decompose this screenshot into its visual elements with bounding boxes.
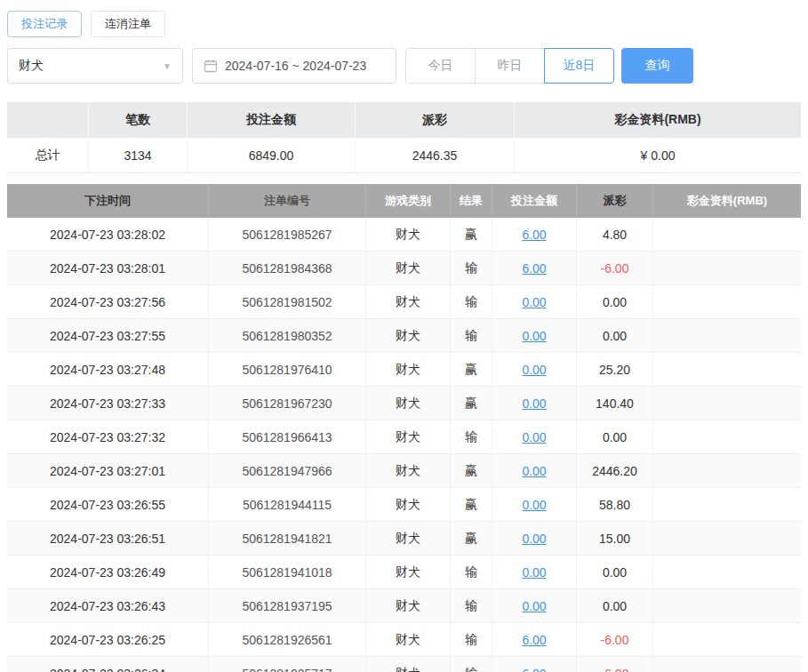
tab-betting-records[interactable]: 投注记录 [7, 11, 82, 37]
result-cell: 赢 [451, 522, 492, 555]
yesterday-button[interactable]: 昨日 [475, 48, 545, 84]
bet-time-cell: 2024-07-23 03:26:25 [7, 623, 209, 656]
bet-amount-link[interactable]: 0.00 [522, 599, 546, 613]
payout-cell: 58.80 [577, 488, 653, 521]
bet-amount-link[interactable]: 0.00 [522, 295, 546, 309]
order-id-cell: 5061281980352 [209, 319, 366, 352]
game-select[interactable]: 财犬 ▼ [7, 48, 183, 84]
table-row: 2024-07-23 03:28:02 5061281985267 财犬 赢 6… [7, 218, 801, 252]
summary-header-count: 笔数 [89, 102, 188, 138]
bet-amount-link[interactable]: 0.00 [522, 498, 546, 512]
bet-amount-link[interactable]: 0.00 [522, 464, 546, 478]
bet-amount-cell: 0.00 [492, 522, 577, 555]
result-cell: 赢 [451, 218, 492, 251]
summary-header-bonus: 彩金资料(RMB) [515, 102, 801, 138]
game-type-cell: 财犬 [366, 319, 451, 352]
bet-amount-cell: 0.00 [492, 353, 577, 386]
bet-amount-link[interactable]: 0.00 [522, 565, 546, 580]
game-type-cell: 财犬 [366, 218, 451, 251]
game-type-cell: 财犬 [366, 252, 451, 284]
bonus-cell [653, 556, 801, 588]
bet-time-cell: 2024-07-23 03:28:02 [7, 218, 209, 251]
payout-cell: 4.80 [577, 218, 653, 251]
result-cell: 输 [451, 319, 492, 352]
order-id-cell: 5061281937195 [209, 589, 366, 622]
records-table: 下注时间 注单编号 游戏类别 结果 投注金额 派彩 彩金资料(RMB) 2024… [7, 184, 801, 672]
payout-cell: 140.40 [577, 387, 653, 420]
order-id-cell: 5061281981502 [209, 285, 366, 318]
bonus-cell [653, 522, 801, 555]
bet-amount-link[interactable]: 0.00 [522, 396, 546, 411]
date-range-picker[interactable]: 2024-07-16 ~ 2024-07-23 [192, 48, 396, 84]
bet-time-cell: 2024-07-23 03:27:56 [7, 285, 209, 318]
game-type-cell: 财犬 [366, 623, 451, 656]
top-tabs: 投注记录 连消注单 [7, 11, 801, 37]
bonus-cell [653, 454, 801, 487]
bet-amount-link[interactable]: 6.00 [522, 261, 546, 276]
header-bet-amount: 投注金额 [492, 184, 577, 218]
bet-time-cell: 2024-07-23 03:27:55 [7, 319, 209, 352]
bet-amount-cell: 6.00 [492, 218, 577, 251]
last-8-days-button[interactable]: 近8日 [544, 48, 614, 84]
game-type-cell: 财犬 [366, 285, 451, 318]
payout-cell: 25.20 [577, 353, 653, 386]
order-id-cell: 5061281984368 [209, 252, 366, 284]
bet-amount-link[interactable]: 6.00 [522, 667, 546, 672]
bet-amount-link[interactable]: 6.00 [522, 228, 546, 242]
tab-cancelled-orders[interactable]: 连消注单 [91, 11, 165, 37]
summary-header-bet-amount: 投注金额 [188, 102, 356, 138]
order-id-cell: 5061281925717 [209, 657, 366, 672]
bonus-cell [653, 420, 801, 453]
bet-time-cell: 2024-07-23 03:28:01 [7, 252, 209, 284]
bet-time-cell: 2024-07-23 03:26:24 [7, 657, 209, 672]
order-id-cell: 5061281966413 [209, 420, 366, 453]
bet-amount-link[interactable]: 0.00 [522, 430, 546, 444]
summary-total-count: 3134 [89, 138, 188, 172]
order-id-cell: 5061281985267 [209, 218, 366, 251]
game-type-cell: 财犬 [366, 353, 451, 386]
calendar-icon [204, 59, 218, 73]
filter-bar: 财犬 ▼ 2024-07-16 ~ 2024-07-23 今日 昨日 近8日 查… [7, 48, 801, 84]
bet-amount-link[interactable]: 0.00 [522, 329, 546, 343]
game-type-cell: 财犬 [366, 522, 451, 555]
summary-total-bet-amount: 6849.00 [188, 138, 356, 172]
bet-amount-cell: 0.00 [492, 387, 577, 420]
bonus-cell [653, 589, 801, 622]
result-cell: 赢 [451, 353, 492, 386]
game-type-cell: 财犬 [366, 589, 451, 622]
summary-total-label: 总计 [7, 138, 89, 172]
order-id-cell: 5061281947966 [209, 454, 366, 487]
query-button[interactable]: 查询 [621, 48, 693, 84]
bet-amount-cell: 6.00 [492, 623, 577, 656]
payout-cell: 0.00 [577, 589, 653, 622]
bonus-cell [653, 353, 801, 386]
result-cell: 输 [451, 285, 492, 318]
bonus-cell [653, 623, 801, 656]
payout-cell: 15.00 [577, 522, 653, 555]
table-row: 2024-07-23 03:26:24 5061281925717 财犬 输 6… [7, 657, 801, 672]
table-row: 2024-07-23 03:27:56 5061281981502 财犬 输 0… [7, 285, 801, 319]
bet-amount-link[interactable]: 0.00 [522, 363, 546, 377]
table-header-row: 下注时间 注单编号 游戏类别 结果 投注金额 派彩 彩金资料(RMB) [7, 184, 801, 218]
bet-amount-cell: 0.00 [492, 319, 577, 352]
bonus-cell [653, 319, 801, 352]
game-select-value: 财犬 [19, 58, 44, 74]
table-row: 2024-07-23 03:28:01 5061281984368 财犬 输 6… [7, 252, 801, 285]
payout-cell: 0.00 [577, 319, 653, 352]
bet-amount-cell: 0.00 [492, 420, 577, 453]
quick-date-button-group: 今日 昨日 近8日 [405, 48, 614, 84]
result-cell: 赢 [451, 454, 492, 487]
bet-time-cell: 2024-07-23 03:26:51 [7, 522, 209, 555]
header-bonus: 彩金资料(RMB) [653, 184, 801, 218]
bet-amount-link[interactable]: 6.00 [522, 633, 546, 647]
result-cell: 输 [451, 623, 492, 656]
betting-records-page: 投注记录 连消注单 财犬 ▼ 2024-07-16 ~ 2024-07-23 今… [0, 0, 808, 672]
order-id-cell: 5061281967230 [209, 387, 366, 420]
today-button[interactable]: 今日 [405, 48, 476, 84]
payout-cell: 2446.20 [577, 454, 653, 487]
result-cell: 赢 [451, 488, 492, 521]
bet-amount-cell: 0.00 [492, 589, 577, 622]
bet-amount-link[interactable]: 0.00 [522, 532, 546, 546]
order-id-cell: 5061281941821 [209, 522, 366, 555]
payout-cell: 0.00 [577, 285, 653, 318]
